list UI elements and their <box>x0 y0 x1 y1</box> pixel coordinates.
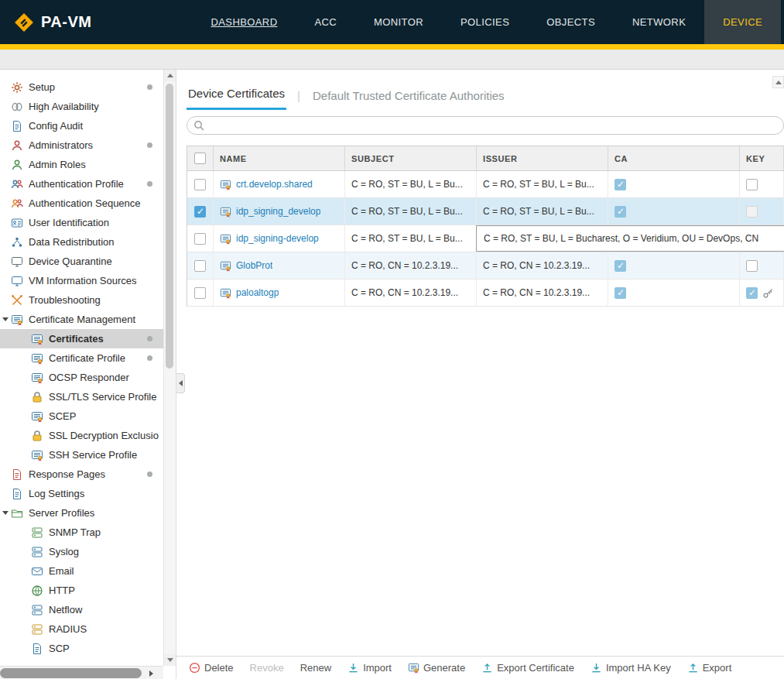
issuer-cell: C = RO, CN = 10.2.3.19... <box>477 252 608 279</box>
users-icon <box>11 178 23 190</box>
table-row[interactable]: crt.develop.shared C = RO, ST = BU, L = … <box>187 171 784 198</box>
renew-button[interactable]: Renew <box>300 662 331 674</box>
certificate-name-link[interactable]: paloaltogp <box>236 287 279 298</box>
sidebar-item-high-availability[interactable]: High Availability <box>0 97 163 116</box>
export-certificate-button[interactable]: Export Certificate <box>481 662 574 674</box>
secondary-header-bar <box>0 50 784 70</box>
nav-acc[interactable]: ACC <box>296 0 355 44</box>
column-header-subject[interactable]: SUBJECT <box>345 146 477 170</box>
table-row[interactable]: GlobProt C = RO, CN = 10.2.3.19... C = R… <box>187 252 784 279</box>
sidebar-collapse-handle[interactable] <box>176 373 185 393</box>
ca-checkbox <box>615 260 626 272</box>
sidebar-vertical-scrollbar-thumb[interactable] <box>166 84 173 369</box>
sidebar-item-ssl-decryption-exclusion[interactable]: SSL Decryption Exclusio <box>0 426 163 445</box>
import-button[interactable]: Import <box>347 662 392 674</box>
import-ha-key-button[interactable]: Import HA Key <box>591 662 671 674</box>
sidebar-horizontal-scrollbar-thumb[interactable] <box>0 668 142 678</box>
nav-network[interactable]: NETWORK <box>614 0 704 44</box>
sidebar-item-label: Setup <box>29 81 55 93</box>
brand: PA-VM <box>0 0 105 44</box>
sidebar-item-server-profiles[interactable]: Server Profiles <box>0 503 163 523</box>
sidebar-item-user-identification[interactable]: User Identification <box>0 213 163 232</box>
table-row[interactable]: idp_signing-develop C = RO, ST = BU, L =… <box>187 225 784 252</box>
certificate-icon <box>220 233 231 245</box>
sidebar-item-ssl-tls-service-profile[interactable]: SSL/TLS Service Profile <box>0 387 163 406</box>
sidebar-tree: Setup High Availability Config Audit Adm… <box>0 77 163 666</box>
sidebar-item-authentication-sequence[interactable]: Authentication Sequence <box>0 194 163 213</box>
sidebar-item-data-redistribution[interactable]: Data Redistribution <box>0 232 163 252</box>
column-header-key[interactable]: KEY <box>740 146 784 170</box>
tab-device-certificates[interactable]: Device Certificates <box>187 87 286 110</box>
row-select-checkbox[interactable] <box>194 206 206 218</box>
nav-monitor[interactable]: MONITOR <box>355 0 442 44</box>
sidebar-item-troubleshooting[interactable]: Troubleshooting <box>0 290 163 310</box>
sidebar-item-administrators[interactable]: Administrators <box>0 135 163 155</box>
sidebar-horizontal-scrollbar[interactable] <box>0 666 163 679</box>
sidebar-item-setup[interactable]: Setup <box>0 77 163 97</box>
sidebar-item-syslog[interactable]: Syslog <box>0 542 163 561</box>
select-all-checkbox[interactable] <box>194 153 206 164</box>
sidebar-item-snmp-trap[interactable]: SNMP Trap <box>0 523 163 542</box>
changes-dot <box>147 142 152 148</box>
scroll-down-arrow-icon[interactable] <box>164 654 176 666</box>
row-select-checkbox[interactable] <box>194 260 206 272</box>
export-icon <box>481 662 493 674</box>
sidebar-item-response-pages[interactable]: Response Pages <box>0 465 163 484</box>
sidebar-item-admin-roles[interactable]: Admin Roles <box>0 155 163 174</box>
expand-caret-icon[interactable] <box>2 317 9 321</box>
sidebar-item-vm-information-sources[interactable]: VM Information Sources <box>0 271 163 290</box>
certificate-name-link[interactable]: GlobProt <box>236 260 272 271</box>
export-button[interactable]: Export <box>687 662 732 674</box>
column-header-name[interactable]: NAME <box>214 146 345 170</box>
table-row[interactable]: paloaltogp C = RO, CN = 10.2.3.19... C =… <box>187 279 784 307</box>
certificate-name-link[interactable]: crt.develop.shared <box>236 179 313 190</box>
sidebar-item-authentication-profile[interactable]: Authentication Profile <box>0 174 163 194</box>
sidebar-item-certificates[interactable]: Certificates <box>0 329 163 348</box>
generate-button[interactable]: Generate <box>408 662 465 674</box>
delete-button[interactable]: Delete <box>189 662 234 674</box>
sidebar-item-certificate-profile[interactable]: Certificate Profile <box>0 348 163 368</box>
scroll-up-arrow-icon[interactable] <box>164 70 176 81</box>
main-scroll-up-arrow[interactable] <box>772 76 784 88</box>
search-input[interactable] <box>187 116 784 135</box>
column-header-ca[interactable]: CA <box>608 146 740 170</box>
nav-dashboard[interactable]: DASHBOARD <box>192 0 296 44</box>
nav-policies[interactable]: POLICIES <box>442 0 528 44</box>
palo-alto-logo-icon <box>14 12 34 33</box>
sidebar-item-certificate-management[interactable]: Certificate Management <box>0 310 163 329</box>
row-select-checkbox[interactable] <box>194 179 206 190</box>
sidebar-item-http[interactable]: HTTP <box>0 581 163 600</box>
certificate-name-link[interactable]: idp_signing_develop <box>236 206 320 217</box>
row-select-checkbox[interactable] <box>194 233 206 245</box>
certificate-icon <box>31 449 43 461</box>
content-area: Setup High Availability Config Audit Adm… <box>0 70 784 679</box>
chevron-left-icon <box>179 380 183 386</box>
sidebar-item-radius[interactable]: RADIUS <box>0 619 163 639</box>
ca-checkbox <box>615 287 626 299</box>
tab-default-trusted-certificate-authorities[interactable]: Default Trusted Certificate Authorities <box>311 89 506 110</box>
sidebar-item-config-audit[interactable]: Config Audit <box>0 116 163 135</box>
column-header-issuer[interactable]: ISSUER <box>477 146 608 170</box>
sidebar-item-ocsp-responder[interactable]: OCSP Responder <box>0 368 163 387</box>
sidebar-item-device-quarantine[interactable]: Device Quarantine <box>0 252 163 271</box>
scroll-right-arrow-icon[interactable] <box>145 668 157 678</box>
table-row[interactable]: idp_signing_develop C = RO, ST = BU, L =… <box>187 198 784 225</box>
sidebar-vertical-scrollbar[interactable] <box>163 70 176 666</box>
button-label: Import HA Key <box>606 662 671 674</box>
expand-caret-icon[interactable] <box>2 511 9 515</box>
sidebar-item-label: Administrators <box>29 139 93 151</box>
nav-objects[interactable]: OBJECTS <box>528 0 614 44</box>
certificate-name-link[interactable]: idp_signing-develop <box>236 233 319 244</box>
sidebar-item-email[interactable]: Email <box>0 561 163 581</box>
revoke-button[interactable]: Revoke <box>250 662 284 674</box>
sidebar-item-label: Server Profiles <box>29 507 94 519</box>
sidebar-item-ssh-service-profile[interactable]: SSH Service Profile <box>0 445 163 465</box>
nav-device[interactable]: DEVICE <box>704 0 781 44</box>
table-header-row: NAME SUBJECT ISSUER CA KEY <box>187 146 784 171</box>
sidebar-item-log-settings[interactable]: Log Settings <box>0 484 163 503</box>
sidebar-item-scp[interactable]: SCP <box>0 639 163 658</box>
sidebar-item-netflow[interactable]: Netflow <box>0 600 163 619</box>
row-select-checkbox[interactable] <box>194 287 206 299</box>
sidebar-item-label: Log Settings <box>29 488 84 499</box>
sidebar-item-scep[interactable]: SCEP <box>0 406 163 426</box>
